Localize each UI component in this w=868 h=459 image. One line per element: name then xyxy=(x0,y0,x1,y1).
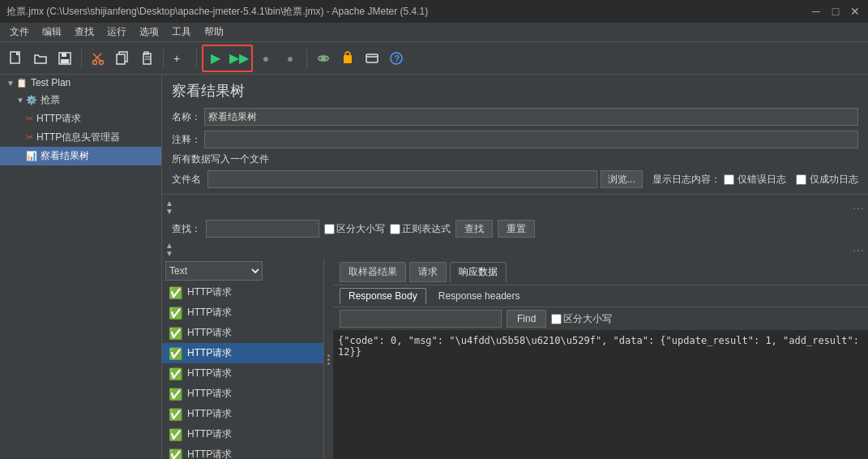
file-input[interactable] xyxy=(207,170,597,188)
success-icon: ✅ xyxy=(169,408,182,421)
file-label: 文件名 xyxy=(172,173,204,187)
case-sensitive-checkbox[interactable] xyxy=(324,224,335,234)
svg-point-6 xyxy=(93,60,97,64)
sidebar-item-view-results[interactable]: 📊 察看结果树 xyxy=(0,147,161,165)
resize-handle[interactable] xyxy=(324,260,333,459)
success-icon: ✅ xyxy=(169,448,182,460)
play-fast-icon: ▶▶ xyxy=(229,50,249,66)
toolbar-sep-3 xyxy=(196,49,197,68)
remote-start-button[interactable] xyxy=(312,47,335,70)
search-input[interactable] xyxy=(206,220,319,238)
list-item[interactable]: ✅ HTTP请求 xyxy=(162,363,323,384)
item-label: HTTP请求 xyxy=(187,326,232,340)
name-input[interactable] xyxy=(204,108,858,126)
comment-input[interactable] xyxy=(204,131,858,148)
response-case-checkbox[interactable] xyxy=(551,314,562,324)
remote-stop-button[interactable] xyxy=(336,47,359,70)
start-no-pause-button[interactable]: ▶▶ xyxy=(228,47,250,70)
list-item[interactable]: ✅ HTTP请求 xyxy=(162,302,323,323)
list-item[interactable]: ✅ HTTP请求 xyxy=(162,323,323,343)
error-log-label: 仅错误日志 xyxy=(738,173,786,187)
regex-checkbox[interactable] xyxy=(390,224,400,234)
browse-button[interactable]: 浏览... xyxy=(601,170,643,188)
menu-file[interactable]: 文件 xyxy=(3,24,36,41)
reset-button[interactable]: 重置 xyxy=(498,220,535,238)
main-layout: ▼ 📋 Test Plan ▼ ⚙️ 抢票 ✂ HTTP请求 ✂ HTTP信息头… xyxy=(0,75,868,459)
case-sensitive-text: 区分大小写 xyxy=(336,222,385,236)
sidebar-item-test-plan[interactable]: ▼ 📋 Test Plan xyxy=(0,75,161,91)
new-button[interactable] xyxy=(5,47,28,70)
response-find-input[interactable] xyxy=(340,310,502,328)
sub-tab-response-body[interactable]: Response Body xyxy=(340,288,426,304)
close-button[interactable]: ✕ xyxy=(849,5,862,18)
response-toolbar: Find 区分大小写 xyxy=(333,307,868,330)
dot xyxy=(327,362,330,365)
cut-button[interactable] xyxy=(87,47,109,70)
list-panel: Text RegExp Tester CSS/JQuery Tester XPa… xyxy=(162,260,324,459)
up-down-arrows: ▲▼ xyxy=(165,199,173,216)
success-icon: ✅ xyxy=(169,388,182,401)
save-button[interactable] xyxy=(53,47,76,70)
http-header-icon: ✂ xyxy=(26,132,33,143)
tabs-bar: 取样器结果 请求 响应数据 xyxy=(333,260,868,285)
sidebar-item-qiang-piao[interactable]: ▼ ⚙️ 抢票 xyxy=(0,91,161,109)
list-item[interactable]: ✅ HTTP请求 xyxy=(162,282,323,302)
list-item[interactable]: ✅ HTTP请求 xyxy=(162,424,323,444)
template-button[interactable] xyxy=(361,47,383,70)
toolbar-sep-2 xyxy=(163,49,164,68)
shutdown-button[interactable]: ● xyxy=(279,47,301,70)
sidebar-item-http-header[interactable]: ✂ HTTP信息头管理器 xyxy=(0,128,161,147)
panel-title: 察看结果树 xyxy=(162,75,868,105)
file-row: 文件名 浏览... 显示日志内容： 仅错误日志 仅成功日志 xyxy=(162,168,868,191)
list-item-selected[interactable]: ✅ HTTP请求 xyxy=(162,343,323,363)
stop-button[interactable]: ● xyxy=(254,47,277,70)
menu-edit[interactable]: 编辑 xyxy=(36,24,68,41)
sidebar-item-label-3: HTTP请求 xyxy=(36,112,81,126)
toolbar: + ▶ ▶▶ ● ● ? xyxy=(0,42,868,75)
tab-request[interactable]: 请求 xyxy=(409,262,447,282)
menu-tools[interactable]: 工具 xyxy=(165,24,198,41)
copy-button[interactable] xyxy=(111,47,134,70)
success-icon: ✅ xyxy=(169,428,182,441)
sidebar-item-label: Test Plan xyxy=(31,77,71,88)
success-icon: ✅ xyxy=(169,367,182,380)
paste-button[interactable] xyxy=(135,47,158,70)
sub-tab-response-headers[interactable]: Response headers xyxy=(430,288,529,304)
list-item[interactable]: ✅ HTTP请求 xyxy=(162,444,323,459)
item-label: HTTP请求 xyxy=(187,407,232,421)
maximize-button[interactable]: □ xyxy=(829,5,842,18)
dot xyxy=(327,354,330,357)
item-label: HTTP请求 xyxy=(187,306,232,320)
svg-text:+: + xyxy=(173,52,180,65)
minimize-button[interactable]: ─ xyxy=(810,5,823,18)
svg-point-15 xyxy=(323,57,325,59)
expand-button[interactable]: + xyxy=(169,47,191,70)
title-bar: 抢票.jmx (C:\Users\shijianfeng\Desktop\apa… xyxy=(0,0,868,23)
response-find-button[interactable]: Find xyxy=(507,310,546,328)
svg-rect-9 xyxy=(117,54,125,64)
search-row: 查找： 区分大小写 正则表达式 查找 重置 xyxy=(162,217,868,240)
open-button[interactable] xyxy=(29,47,52,70)
menu-options[interactable]: 选项 xyxy=(133,24,165,41)
item-label: HTTP请求 xyxy=(187,367,232,380)
help-button[interactable]: ? xyxy=(385,47,408,70)
sidebar-item-http-request[interactable]: ✂ HTTP请求 xyxy=(0,109,161,128)
find-button[interactable]: 查找 xyxy=(455,220,493,238)
menu-help[interactable]: 帮助 xyxy=(198,24,230,41)
response-body: {"code": 0, "msg": "\u4fdd\u5b58\u6210\u… xyxy=(333,330,868,459)
http-request-icon: ✂ xyxy=(26,114,33,124)
start-button[interactable]: ▶ xyxy=(204,47,227,70)
menu-run[interactable]: 运行 xyxy=(100,24,133,41)
tab-response-data[interactable]: 响应数据 xyxy=(450,262,507,282)
menu-find[interactable]: 查找 xyxy=(68,24,100,41)
tab-sampler-result[interactable]: 取样器结果 xyxy=(340,262,406,282)
success-icon: ✅ xyxy=(169,347,182,360)
response-case-text: 区分大小写 xyxy=(563,312,612,326)
sidebar-item-label-4: HTTP信息头管理器 xyxy=(36,131,120,144)
view-type-select[interactable]: Text RegExp Tester CSS/JQuery Tester XPa… xyxy=(165,261,263,281)
error-log-checkbox[interactable] xyxy=(724,174,734,185)
list-item[interactable]: ✅ HTTP请求 xyxy=(162,384,323,404)
dots-separator-top: ··· xyxy=(853,201,865,214)
success-log-checkbox[interactable] xyxy=(796,174,806,185)
list-item[interactable]: ✅ HTTP请求 xyxy=(162,404,323,424)
